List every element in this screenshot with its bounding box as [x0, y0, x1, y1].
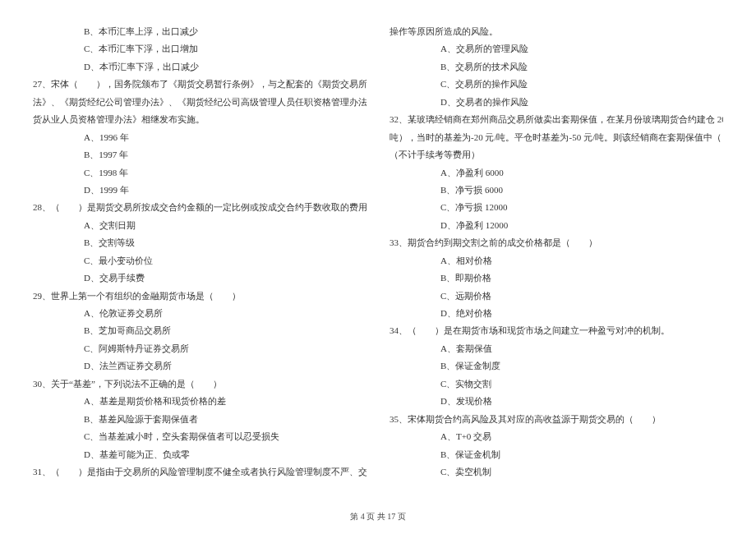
q34-stem: 34、（ ）是在期货市场和现货市场之间建立一种盈亏对冲的机制。 [390, 322, 723, 339]
q29-stem: 29、世界上第一个有组织的金融期货市场是（ ） [33, 288, 366, 305]
q30-option-c: C、当基差减小时，空头套期保值者可以忍受损失 [33, 428, 366, 445]
q27-option-a: A、1996 年 [33, 129, 366, 146]
q28-option-d: D、交易手续费 [33, 269, 366, 287]
q31-option-a: A、交易所的管理风险 [390, 40, 723, 58]
q33-option-d: D、绝对价格 [390, 305, 723, 322]
q33-option-b: B、即期价格 [390, 269, 723, 287]
q33-option-c: C、远期价格 [390, 288, 723, 305]
q27-stem-line3: 货从业人员资格管理办法》相继发布实施。 [33, 111, 366, 128]
q34-option-b: B、保证金制度 [390, 357, 723, 375]
q28-option-c: C、最小变动价位 [33, 252, 366, 269]
q32-option-a: A、净盈利 6000 [390, 164, 723, 182]
q32-option-c: C、净亏损 12000 [390, 199, 723, 216]
q31-option-b: B、交易所的技术风险 [390, 58, 723, 76]
q30-option-b: B、基差风险源于套期保值者 [33, 411, 366, 428]
q27-option-b: B、1997 年 [33, 146, 366, 163]
q29-option-b: B、芝加哥商品交易所 [33, 322, 366, 339]
q35-option-b: B、保证金机制 [390, 446, 723, 463]
q29-option-c: C、阿姆斯特丹证券交易所 [33, 340, 366, 357]
q28-stem: 28、（ ）是期货交易所按成交合约金额的一定比例或按成交合约手数收取的费用。 [33, 199, 366, 216]
q32-option-b: B、净亏损 6000 [390, 182, 723, 199]
q33-option-a: A、相对价格 [390, 252, 723, 269]
q31-option-d: D、交易者的操作风险 [390, 94, 723, 111]
q32-stem-line3: （不计手续考等费用） [390, 146, 723, 163]
q35-stem: 35、宋体期货合约高风险及其对应的高收益源于期货交易的（ ） [390, 411, 723, 428]
q34-option-a: A、套期保值 [390, 340, 723, 357]
q32-stem-line1: 32、某玻璃经销商在郑州商品交易所做卖出套期保值，在某月份玻璃期货合约建仓 20… [390, 111, 723, 128]
q31-stem-cont: 操作等原因所造成的风险。 [390, 23, 723, 40]
q33-stem: 33、期货合约到期交割之前的成交价格都是（ ） [390, 234, 723, 251]
q30-stem: 30、关于“基差”，下列说法不正确的是（ ） [33, 375, 366, 393]
q29-option-a: A、伦敦证券交易所 [33, 305, 366, 322]
q26-option-d: D、本币汇率下浮，出口减少 [33, 58, 366, 76]
q26-option-b: B、本币汇率上浮，出口减少 [33, 23, 366, 40]
q32-option-d: D、净盈利 12000 [390, 217, 723, 234]
q29-option-d: D、法兰西证券交易所 [33, 357, 366, 375]
q27-option-d: D、1999 年 [33, 182, 366, 199]
q28-option-a: A、交割日期 [33, 217, 366, 234]
q35-option-c: C、卖空机制 [390, 463, 723, 481]
q35-option-a: A、T+0 交易 [390, 428, 723, 445]
q31-option-c: C、交易所的操作风险 [390, 76, 723, 93]
q34-option-d: D、发现价格 [390, 393, 723, 410]
q26-option-c: C、本币汇率下浮，出口增加 [33, 40, 366, 58]
q27-stem-line1: 27、宋体（ ），国务院颁布了《期货交易暂行条例》，与之配套的《期货交易所管理办 [33, 76, 366, 93]
page-footer: 第 4 页 共 17 页 [0, 509, 756, 525]
q30-option-a: A、基差是期货价格和现货价格的差 [33, 393, 366, 410]
q31-stem: 31、（ ）是指由于交易所的风险管理制度不健全或者执行风险管理制度不严、交易者违… [33, 463, 366, 481]
q27-option-c: C、1998 年 [33, 164, 366, 182]
q32-stem-line2: 吨），当时的基差为-20 元/吨。平仓时基差为-50 元/吨。则该经销商在套期保… [390, 129, 723, 146]
document-body: B、本币汇率上浮，出口减少 C、本币汇率下浮，出口增加 D、本币汇率下浮，出口减… [33, 23, 723, 483]
q34-option-c: C、实物交割 [390, 375, 723, 393]
q30-option-d: D、基差可能为正、负或零 [33, 446, 366, 463]
q27-stem-line2: 法》、《期货经纪公司管理办法》、《期货经纪公司高级管理人员任职资格管理办法》和《… [33, 94, 366, 111]
q28-option-b: B、交割等级 [33, 234, 366, 251]
